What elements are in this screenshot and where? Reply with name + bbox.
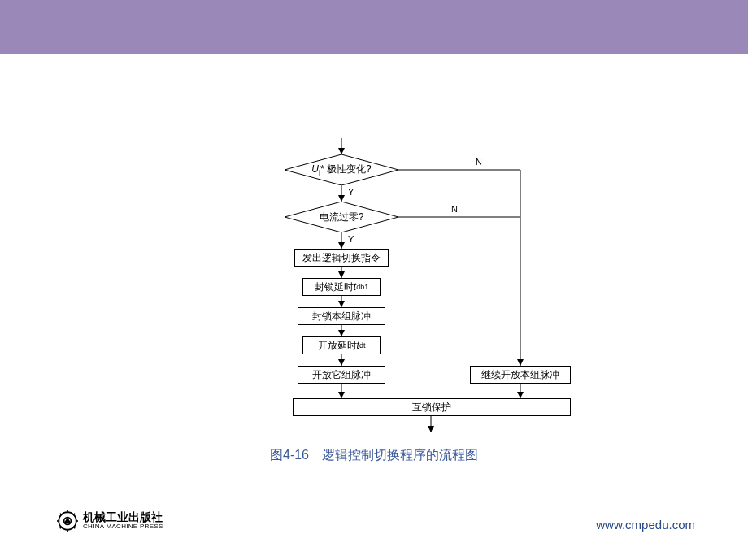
- publisher-en: CHINA MACHINE PRESS: [83, 523, 163, 531]
- figure-caption: 图4-16 逻辑控制切换程序的流程图: [0, 447, 748, 464]
- svg-marker-9: [338, 301, 345, 307]
- process-issue-cmd: 发出逻辑切换指令: [294, 249, 389, 267]
- edge-y1: Y: [348, 187, 354, 197]
- svg-marker-7: [338, 271, 345, 278]
- svg-marker-21: [517, 392, 524, 398]
- gear-icon: [57, 510, 78, 532]
- svg-marker-13: [338, 359, 345, 366]
- svg-marker-1: [338, 148, 345, 154]
- svg-marker-15: [338, 392, 345, 398]
- decision-zerocurrent: 电流过零?: [285, 202, 398, 232]
- svg-marker-11: [338, 330, 345, 336]
- edge-n2: N: [451, 204, 458, 214]
- decision-polarity-label: Ui* 极性变化?: [285, 163, 398, 176]
- publisher-logo: 机械工业出版社 CHINA MACHINE PRESS: [57, 510, 163, 532]
- process-interlock: 互锁保护: [293, 398, 571, 416]
- svg-marker-5: [338, 242, 345, 249]
- decision-zerocurrent-label: 电流过零?: [285, 211, 398, 224]
- process-open-delay: 开放延时tdt: [302, 336, 381, 354]
- website-url: www.cmpedu.com: [596, 518, 695, 532]
- process-continue-open: 继续开放本组脉冲: [470, 366, 571, 384]
- decision-polarity: Ui* 极性变化?: [285, 154, 398, 185]
- publisher-cn: 机械工业出版社: [83, 511, 163, 523]
- edge-y2: Y: [348, 234, 354, 244]
- svg-marker-23: [428, 426, 434, 432]
- flowchart-container: Ui* 极性变化? Y N 电流过零? Y N 发出逻辑切换指令 封锁延时tdb…: [244, 138, 634, 447]
- svg-marker-3: [338, 195, 345, 202]
- header-band: [0, 0, 748, 54]
- edge-n1: N: [476, 157, 482, 167]
- publisher-text: 机械工业出版社 CHINA MACHINE PRESS: [83, 511, 163, 531]
- svg-marker-18: [517, 359, 524, 366]
- process-open-other: 开放它组脉冲: [298, 366, 385, 384]
- process-lock-delay: 封锁延时tdb1: [302, 278, 381, 296]
- process-lock-pulse: 封锁本组脉冲: [298, 307, 385, 325]
